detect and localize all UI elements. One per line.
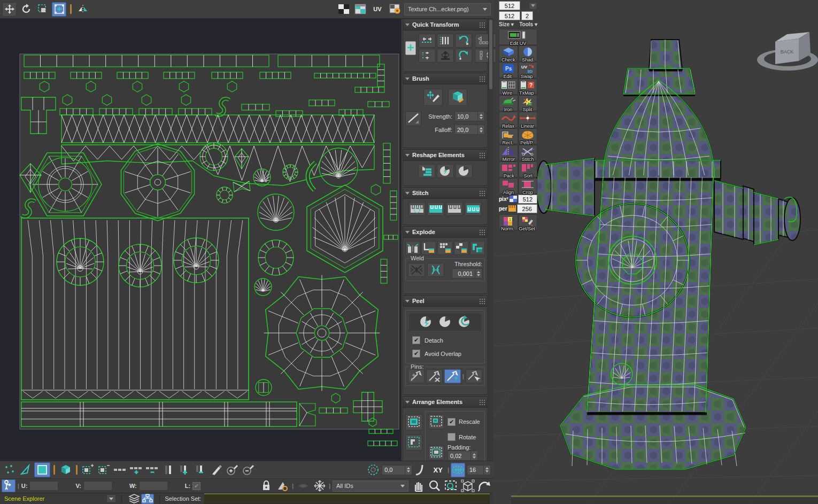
rect--button[interactable]: [499, 128, 518, 144]
pack-normalize-button[interactable]: [405, 414, 422, 430]
falloff-curve-button[interactable]: [405, 111, 421, 126]
falloff-space-button[interactable]: XY: [430, 463, 446, 477]
mirror-button[interactable]: [499, 145, 518, 161]
edge-mode-button[interactable]: [34, 462, 50, 477]
pixels-field[interactable]: 512: [518, 195, 537, 204]
align-horizontal-button[interactable]: [419, 34, 436, 48]
falloff-spinner[interactable]: 20,0: [454, 125, 485, 135]
pan-button[interactable]: [411, 479, 425, 493]
grow-edge-loop-button[interactable]: [129, 463, 143, 477]
paint-select-shrink-button[interactable]: [241, 463, 256, 477]
zoom-extents-button[interactable]: [460, 479, 475, 493]
viewport-3d[interactable]: BACK: [493, 0, 818, 504]
align-button[interactable]: [499, 178, 518, 194]
falloff-type-button[interactable]: [414, 463, 428, 477]
filter-selected-faces-button[interactable]: [275, 479, 290, 493]
tools-menu[interactable]: Tools ▾: [519, 21, 537, 27]
rotate-tool-button[interactable]: [19, 2, 33, 17]
track-bar[interactable]: [511, 495, 818, 497]
split-button[interactable]: [519, 95, 538, 111]
edit-uv-button[interactable]: [499, 29, 537, 45]
straighten-element-button[interactable]: [418, 164, 435, 178]
grow-selection-button[interactable]: [81, 463, 95, 477]
weld-selected-button[interactable]: [408, 263, 425, 277]
absolute-offset-toggle[interactable]: [2, 479, 16, 492]
freeze-button[interactable]: [312, 479, 327, 493]
txmap-button[interactable]: ?: [519, 79, 538, 95]
rollout-header[interactable]: Stitch: [403, 187, 488, 199]
relax-button[interactable]: [499, 112, 518, 128]
linear-button[interactable]: [519, 112, 538, 128]
rotate-ccw-button[interactable]: [455, 34, 472, 48]
v-input[interactable]: [83, 481, 112, 491]
detach-checkbox[interactable]: ✔: [412, 336, 420, 344]
pelt-p--button[interactable]: [519, 128, 538, 144]
align-vertical-button[interactable]: [419, 49, 436, 63]
rollout-header[interactable]: Brush: [403, 73, 488, 84]
scene-explorer-dropdown[interactable]: [106, 494, 116, 503]
break-by-angle-button[interactable]: [421, 241, 436, 255]
rescale-checkbox[interactable]: ✔: [447, 418, 456, 426]
selection-set-field[interactable]: [204, 493, 490, 504]
pin-auto-button[interactable]: [444, 369, 461, 383]
stitch-source-button[interactable]: [427, 202, 444, 216]
shad--button[interactable]: [519, 45, 538, 61]
map-width-field[interactable]: 512: [499, 1, 520, 10]
getset-button[interactable]: [519, 214, 538, 230]
rollout-header[interactable]: Explode: [403, 226, 488, 238]
pack-scaled-button[interactable]: [428, 414, 444, 429]
panel-scrollbar[interactable]: [488, 19, 493, 461]
threshold-spinner[interactable]: 0,001: [452, 268, 482, 278]
size-preset-dropdown[interactable]: [529, 2, 537, 10]
w-input[interactable]: [139, 481, 168, 491]
peel-reset-button[interactable]: [456, 315, 473, 329]
move-selected-subobject-button[interactable]: [405, 41, 416, 55]
zoom-region-button[interactable]: [444, 479, 458, 493]
weld-all-button[interactable]: [427, 263, 444, 277]
peel-mode-button[interactable]: [437, 315, 454, 329]
shrink-edge-ring-button[interactable]: [193, 463, 207, 477]
paint-soft-selection-button[interactable]: [451, 463, 465, 477]
rollout-header[interactable]: Arrange Elements: [403, 396, 488, 408]
move-tool-button[interactable]: [2, 2, 17, 17]
space-vertical-button[interactable]: [437, 34, 454, 48]
relax-element-fast-button[interactable]: [437, 164, 454, 178]
break-by-smoothing-button[interactable]: [405, 241, 420, 255]
vertex-ticks-button[interactable]: [2, 463, 17, 477]
pack-rotate-button[interactable]: [428, 445, 444, 460]
hide-button[interactable]: [296, 479, 310, 493]
swap-button[interactable]: UV3D: [519, 62, 538, 78]
move-brush-button[interactable]: [423, 89, 443, 106]
pin-remove-button[interactable]: [426, 369, 443, 383]
select-edge-ring-button[interactable]: [161, 463, 175, 477]
display-layers-button[interactable]: [127, 494, 141, 504]
grow-edge-ring-button[interactable]: [177, 463, 191, 477]
paint-size-spinner[interactable]: 16: [467, 465, 491, 475]
stitch-average-button[interactable]: [446, 202, 463, 216]
lock-selection-button[interactable]: [259, 479, 273, 493]
flatten-by-material-button[interactable]: [454, 241, 469, 255]
paint-select-grow-button[interactable]: [225, 463, 240, 477]
flatten-custom-button[interactable]: [470, 241, 485, 255]
uv-canvas[interactable]: [0, 19, 401, 461]
paint-select-button[interactable]: [209, 463, 223, 477]
texture-options-button[interactable]: [388, 2, 402, 17]
pin-select-button[interactable]: [466, 369, 482, 383]
flatten-by-group-button[interactable]: [437, 241, 452, 255]
shrink-selection-button[interactable]: [97, 463, 111, 477]
stitch-button[interactable]: [519, 145, 538, 161]
material-id-dropdown[interactable]: All IDs: [333, 480, 408, 492]
per-field[interactable]: 256: [517, 204, 537, 213]
pack-region-button[interactable]: [405, 435, 422, 451]
wire-button[interactable]: [499, 79, 518, 95]
sort-button[interactable]: [519, 161, 538, 177]
select-edge-loop-button[interactable]: [113, 463, 127, 477]
soft-selection-button[interactable]: [366, 463, 380, 477]
padding-spinner[interactable]: 0,02: [447, 451, 478, 461]
soft-selection-spinner[interactable]: 0,0: [382, 465, 412, 475]
rollout-header[interactable]: Quick Transform: [403, 19, 488, 30]
lasso-select-button[interactable]: [18, 463, 33, 477]
element-mode-button[interactable]: [58, 463, 73, 477]
scale-tool-button[interactable]: [35, 2, 50, 17]
mirror-tool-button[interactable]: [75, 2, 90, 17]
